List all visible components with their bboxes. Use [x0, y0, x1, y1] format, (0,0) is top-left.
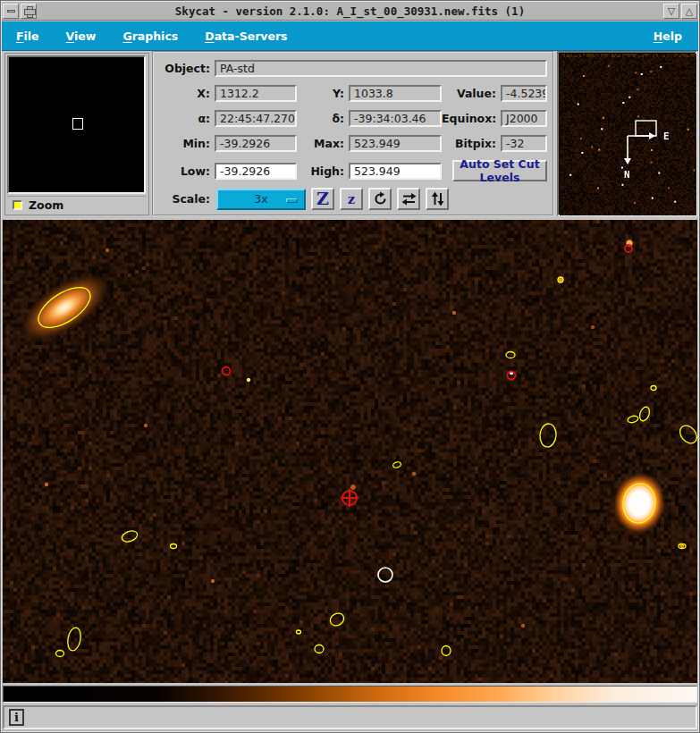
xy-row: X: 1312.2 Y: 1033.8 Value: -4.52393	[159, 85, 547, 102]
zoom-panel: Zoom	[4, 53, 149, 215]
bitpix-label: Bitpix:	[442, 137, 501, 150]
title-bar: Skycat - version 2.1.0: A_I_st_00_30931.…	[2, 2, 698, 21]
low-label: Low:	[159, 164, 215, 178]
menu-graphics[interactable]: Graphics	[122, 29, 178, 43]
auto-set-cut-levels-button[interactable]: Auto Set Cut Levels	[452, 160, 547, 181]
info-panel: Object: PA-std X: 1312.2 Y: 1033.8 Value…	[152, 51, 554, 216]
object-row: Object: PA-std	[159, 60, 547, 77]
pan-panel	[557, 51, 697, 216]
cutlevels-row: Low: -39.2926 High: 523.949 Auto Set Cut…	[159, 160, 547, 181]
rotate-button[interactable]	[368, 188, 392, 210]
main-image-canvas[interactable]	[3, 220, 697, 683]
equinox-label: Equinox:	[442, 112, 501, 125]
value-field: -4.52393	[501, 85, 547, 102]
status-bar: i	[3, 705, 697, 729]
y-field: 1033.8	[349, 85, 442, 102]
dropdown-indicator-icon	[286, 198, 298, 203]
ra-label: α:	[159, 112, 215, 125]
window-menu-icon	[24, 6, 34, 16]
scale-dropdown[interactable]: 3x	[216, 189, 306, 210]
window-maximize-button[interactable]: △	[681, 4, 697, 19]
zoom-cursor-rect	[72, 118, 83, 130]
info-icon: i	[14, 711, 19, 724]
window-shade-button[interactable]: ▽	[663, 4, 679, 19]
min-field: -39.2926	[215, 135, 297, 152]
zoom-in-button[interactable]: Z	[311, 188, 334, 210]
colorbar[interactable]	[3, 686, 697, 703]
zoom-out-icon: z	[348, 193, 355, 206]
maximize-icon: △	[686, 6, 693, 16]
iconify-icon	[7, 10, 15, 13]
x-field: 1312.2	[215, 85, 297, 102]
flip-y-button[interactable]	[426, 188, 449, 210]
minmax-row: Min: -39.2926 Max: 523.949 Bitpix: -32	[159, 135, 547, 152]
zoom-out-button[interactable]: z	[340, 188, 363, 210]
top-panel-area: Zoom Object: PA-std X: 1312.2 Y: 1033.8 …	[2, 51, 698, 218]
menu-file[interactable]: File	[16, 29, 39, 43]
object-label: Object:	[159, 62, 215, 75]
radec-row: α: 22:45:47.270 δ: -39:34:03.46 Equinox:…	[159, 110, 547, 127]
x-label: X:	[159, 87, 215, 100]
equinox-field: J2000	[501, 110, 547, 127]
dec-label: δ:	[297, 112, 349, 125]
value-label: Value:	[442, 87, 501, 100]
shade-icon: ▽	[668, 6, 675, 16]
menu-data-servers[interactable]: Data-Servers	[205, 29, 287, 43]
scale-row: Scale: 3x Z z	[159, 188, 547, 210]
zoom-display	[7, 55, 146, 194]
window-title: Skycat - version 2.1.0: A_I_st_00_30931.…	[38, 4, 662, 18]
flip-x-button[interactable]	[397, 188, 420, 210]
object-field: PA-std	[215, 60, 547, 77]
flip-y-icon	[431, 191, 444, 206]
skycat-window: Skycat - version 2.1.0: A_I_st_00_30931.…	[0, 0, 700, 733]
window-iconify-button[interactable]	[3, 4, 19, 19]
min-label: Min:	[159, 137, 215, 150]
flip-x-icon	[401, 192, 417, 206]
scale-value: 3x	[254, 192, 267, 206]
high-label: High:	[297, 164, 349, 178]
bitpix-field: -32	[501, 135, 547, 152]
scale-label: Scale:	[159, 192, 215, 206]
zoom-in-icon: Z	[316, 190, 329, 207]
low-field[interactable]: -39.2926	[215, 163, 297, 180]
ra-field: 22:45:47.270	[215, 110, 297, 127]
menu-help[interactable]: Help	[654, 29, 682, 43]
menu-bar: File View Graphics Data-Servers Help	[2, 21, 698, 51]
high-field[interactable]: 523.949	[349, 163, 442, 180]
zoom-checkbox[interactable]	[13, 200, 22, 210]
max-label: Max:	[297, 137, 349, 150]
max-field: 523.949	[349, 135, 442, 152]
menu-view[interactable]: View	[66, 29, 97, 43]
pan-window[interactable]	[560, 54, 696, 215]
dec-field: -39:34:03.46	[349, 110, 442, 127]
zoom-label: Zoom	[29, 198, 63, 212]
window-menu-button[interactable]	[21, 4, 37, 19]
zoom-toggle-row[interactable]: Zoom	[7, 196, 146, 213]
rotate-icon	[373, 191, 388, 206]
y-label: Y:	[297, 87, 349, 100]
info-button[interactable]: i	[9, 709, 24, 726]
